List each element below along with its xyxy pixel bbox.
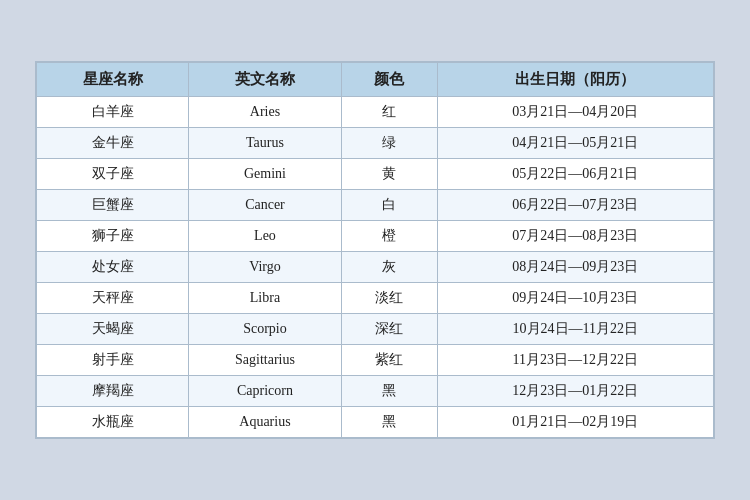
table-row: 处女座Virgo灰08月24日—09月23日	[37, 252, 714, 283]
table-body: 白羊座Aries红03月21日—04月20日金牛座Taurus绿04月21日—0…	[37, 97, 714, 438]
table-row: 射手座Sagittarius紫红11月23日—12月22日	[37, 345, 714, 376]
table-cell-10-2: 黑	[341, 407, 437, 438]
table-cell-9-0: 摩羯座	[37, 376, 189, 407]
column-header-0: 星座名称	[37, 63, 189, 97]
table-cell-9-2: 黑	[341, 376, 437, 407]
table-cell-6-0: 天秤座	[37, 283, 189, 314]
table-cell-4-2: 橙	[341, 221, 437, 252]
table-cell-3-2: 白	[341, 190, 437, 221]
column-header-2: 颜色	[341, 63, 437, 97]
table-cell-1-3: 04月21日—05月21日	[437, 128, 713, 159]
table-row: 摩羯座Capricorn黑12月23日—01月22日	[37, 376, 714, 407]
table-cell-3-3: 06月22日—07月23日	[437, 190, 713, 221]
table-cell-0-0: 白羊座	[37, 97, 189, 128]
table-cell-2-1: Gemini	[189, 159, 341, 190]
table-cell-0-1: Aries	[189, 97, 341, 128]
table-cell-5-1: Virgo	[189, 252, 341, 283]
table-cell-0-3: 03月21日—04月20日	[437, 97, 713, 128]
table-cell-1-1: Taurus	[189, 128, 341, 159]
table-cell-1-0: 金牛座	[37, 128, 189, 159]
table-cell-9-1: Capricorn	[189, 376, 341, 407]
table-cell-3-0: 巨蟹座	[37, 190, 189, 221]
table-cell-6-2: 淡红	[341, 283, 437, 314]
table-cell-2-2: 黄	[341, 159, 437, 190]
table-cell-7-1: Scorpio	[189, 314, 341, 345]
table-row: 白羊座Aries红03月21日—04月20日	[37, 97, 714, 128]
zodiac-table: 星座名称英文名称颜色出生日期（阳历） 白羊座Aries红03月21日—04月20…	[36, 62, 714, 438]
column-header-3: 出生日期（阳历）	[437, 63, 713, 97]
table-row: 狮子座Leo橙07月24日—08月23日	[37, 221, 714, 252]
table-row: 天蝎座Scorpio深红10月24日—11月22日	[37, 314, 714, 345]
table-cell-6-1: Libra	[189, 283, 341, 314]
table-cell-0-2: 红	[341, 97, 437, 128]
table-cell-7-2: 深红	[341, 314, 437, 345]
table-header-row: 星座名称英文名称颜色出生日期（阳历）	[37, 63, 714, 97]
column-header-1: 英文名称	[189, 63, 341, 97]
table-cell-8-3: 11月23日—12月22日	[437, 345, 713, 376]
table-cell-10-3: 01月21日—02月19日	[437, 407, 713, 438]
table-cell-10-0: 水瓶座	[37, 407, 189, 438]
table-cell-9-3: 12月23日—01月22日	[437, 376, 713, 407]
table-cell-3-1: Cancer	[189, 190, 341, 221]
table-cell-5-2: 灰	[341, 252, 437, 283]
zodiac-table-container: 星座名称英文名称颜色出生日期（阳历） 白羊座Aries红03月21日—04月20…	[35, 61, 715, 439]
table-cell-4-1: Leo	[189, 221, 341, 252]
table-cell-8-2: 紫红	[341, 345, 437, 376]
table-row: 双子座Gemini黄05月22日—06月21日	[37, 159, 714, 190]
table-cell-1-2: 绿	[341, 128, 437, 159]
table-row: 巨蟹座Cancer白06月22日—07月23日	[37, 190, 714, 221]
table-cell-6-3: 09月24日—10月23日	[437, 283, 713, 314]
table-row: 天秤座Libra淡红09月24日—10月23日	[37, 283, 714, 314]
table-cell-7-0: 天蝎座	[37, 314, 189, 345]
table-cell-8-1: Sagittarius	[189, 345, 341, 376]
table-row: 金牛座Taurus绿04月21日—05月21日	[37, 128, 714, 159]
table-cell-5-0: 处女座	[37, 252, 189, 283]
table-cell-5-3: 08月24日—09月23日	[437, 252, 713, 283]
table-cell-10-1: Aquarius	[189, 407, 341, 438]
table-cell-4-3: 07月24日—08月23日	[437, 221, 713, 252]
table-cell-4-0: 狮子座	[37, 221, 189, 252]
table-cell-7-3: 10月24日—11月22日	[437, 314, 713, 345]
table-cell-8-0: 射手座	[37, 345, 189, 376]
table-row: 水瓶座Aquarius黑01月21日—02月19日	[37, 407, 714, 438]
table-cell-2-3: 05月22日—06月21日	[437, 159, 713, 190]
table-cell-2-0: 双子座	[37, 159, 189, 190]
